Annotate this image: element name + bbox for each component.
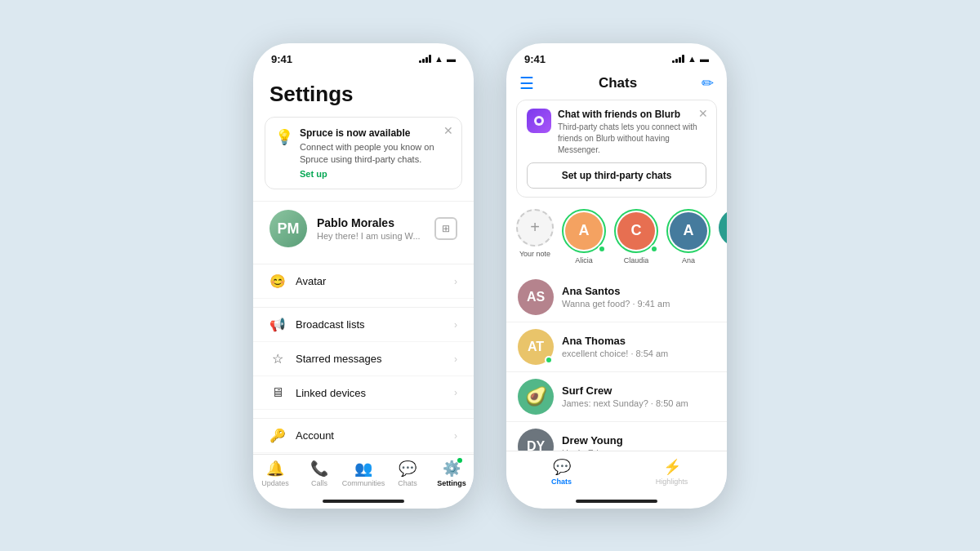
- settings-active-dot: [457, 458, 462, 463]
- home-bar: [323, 500, 404, 503]
- chats-header: ☰ Chats ✏: [506, 69, 727, 100]
- notification-desc: Connect with people you know on Spruce u…: [300, 141, 452, 167]
- chat-item-drew-young[interactable]: DY Drew Young Hey! · Fri: [506, 422, 727, 451]
- chat-avatar-ana-santos: AS: [518, 279, 554, 315]
- add-note-icon: +: [516, 209, 554, 247]
- chats-battery-icon: ▬: [700, 54, 709, 64]
- settings-tab-icon: ⚙️: [443, 460, 461, 477]
- chats-tab-highlights-label: Highlights: [656, 478, 688, 486]
- chat-preview-ana-santos: Wanna get food? · 9:41 am: [562, 299, 715, 309]
- tp-title: Chat with friends on Blurb: [558, 109, 706, 120]
- chat-name-surf-crew: Surf Crew: [562, 384, 715, 397]
- settings-time: 9:41: [271, 53, 292, 65]
- profile-row[interactable]: PM Pablo Morales Hey there! I am using W…: [253, 201, 474, 256]
- third-party-banner: Chat with friends on Blurb Third-party c…: [516, 100, 717, 198]
- tp-close-button[interactable]: ✕: [698, 107, 708, 120]
- chats-time: 9:41: [524, 53, 546, 65]
- stories-row: + Your note A Alicia C: [506, 206, 727, 273]
- chats-content: ☰ Chats ✏ Chat with friends on Blurb Thi…: [506, 69, 727, 451]
- chat-name-ana-thomas-1: Ana Thomas: [562, 335, 715, 347]
- tab-calls[interactable]: 📞 Calls: [297, 460, 341, 487]
- chats-tab-highlights[interactable]: ⚡ Highlights: [617, 458, 727, 486]
- communities-icon: 👥: [354, 460, 372, 478]
- story-ana[interactable]: A Ana: [666, 209, 710, 264]
- claudia-online-dot: [650, 245, 658, 253]
- ana-thomas-online-dot: [545, 356, 553, 364]
- chats-tab-chats-label: Chats: [551, 478, 572, 486]
- status-icons: ▲ ▬: [419, 54, 456, 64]
- linked-label: Linked devices: [296, 387, 444, 399]
- settings-phone: 9:41 ▲ ▬ Settings ✕ 💡 Spruce is now avai…: [253, 43, 474, 509]
- chat-list: AS Ana Santos Wanna get food? · 9:41 am …: [506, 273, 727, 451]
- notification-icon: 💡: [275, 128, 293, 146]
- notification-link[interactable]: Set up: [300, 169, 452, 179]
- story-alicia[interactable]: A Alicia: [562, 209, 606, 264]
- chat-item-ana-santos[interactable]: AS Ana Santos Wanna get food? · 9:41 am: [506, 273, 727, 322]
- menu-item-linked[interactable]: 🖥 Linked devices ›: [253, 376, 474, 410]
- chat-name-ana-santos: Ana Santos: [562, 285, 715, 297]
- menu-item-broadcast[interactable]: 📢 Broadcast lists ›: [253, 308, 474, 342]
- chats-wifi-icon: ▲: [688, 54, 697, 64]
- linked-icon: 🖥: [270, 385, 286, 400]
- chevron-icon: ›: [454, 430, 457, 442]
- tab-chats[interactable]: 💬 Chats: [385, 460, 430, 487]
- settings-title: Settings: [253, 75, 474, 117]
- account-icon: 🔑: [270, 428, 286, 443]
- story-avatar-ana: A: [670, 212, 707, 250]
- avatar: PM: [270, 210, 307, 247]
- story-avatar-claudia: C: [617, 212, 655, 250]
- story-br[interactable]: B Br...: [719, 209, 727, 264]
- chat-info-ana-santos: Ana Santos Wanna get food? · 9:41 am: [562, 285, 715, 309]
- chats-tab-chats-icon: 💬: [553, 458, 571, 476]
- menu-item-avatar[interactable]: 😊 Avatar ›: [253, 264, 474, 299]
- battery-icon: ▬: [447, 54, 456, 64]
- notification-text: Spruce is now available Connect with peo…: [300, 127, 452, 180]
- story-avatar-alicia: A: [565, 212, 603, 250]
- chats-phone: 9:41 ▲ ▬ ☰ Chats ✏: [506, 43, 727, 509]
- chats-status-icons: ▲ ▬: [672, 54, 709, 64]
- chat-info-ana-thomas-1: Ana Thomas excellent choice! · 8:54 am: [562, 335, 715, 358]
- blurb-logo: [527, 109, 551, 133]
- tab-communities[interactable]: 👥 Communities: [341, 460, 385, 487]
- chats-status-bar: 9:41 ▲ ▬: [506, 43, 727, 69]
- broadcast-label: Broadcast lists: [296, 318, 444, 331]
- menu-section-1: 😊 Avatar ›: [253, 264, 474, 299]
- story-avatar-br: B: [719, 209, 727, 247]
- chats-home-bar: [576, 500, 657, 503]
- home-indicator: [253, 494, 474, 509]
- notification-close-button[interactable]: ✕: [443, 124, 453, 137]
- settings-content: Settings ✕ 💡 Spruce is now available Con…: [253, 69, 474, 454]
- menu-section-2: 📢 Broadcast lists › ☆ Starred messages ›…: [253, 307, 474, 410]
- tab-settings[interactable]: ⚙️ Settings: [430, 460, 474, 487]
- profile-status: Hey there! I am using W...: [317, 231, 425, 241]
- chat-info-drew-young: Drew Young Hey! · Fri: [562, 434, 715, 451]
- menu-icon[interactable]: ☰: [519, 73, 534, 93]
- broadcast-icon: 📢: [270, 317, 286, 332]
- notification-title: Spruce is now available: [300, 127, 452, 139]
- updates-icon: 🔔: [266, 460, 284, 478]
- setup-third-party-button[interactable]: Set up third-party chats: [527, 162, 706, 189]
- tp-desc: Third-party chats lets you connect with …: [558, 122, 706, 156]
- svg-point-1: [537, 118, 541, 123]
- compose-icon[interactable]: ✏: [702, 74, 714, 92]
- chats-tab-highlights-icon: ⚡: [663, 458, 681, 476]
- menu-item-starred[interactable]: ☆ Starred messages ›: [253, 342, 474, 376]
- account-label: Account: [296, 429, 444, 442]
- tab-updates[interactable]: 🔔 Updates: [253, 460, 297, 487]
- story-your-note[interactable]: + Your note: [516, 209, 554, 264]
- updates-tab-label: Updates: [261, 479, 289, 487]
- chat-info-surf-crew: Surf Crew James: next Sunday? · 8:50 am: [562, 384, 715, 408]
- chat-item-surf-crew[interactable]: 🥑 Surf Crew James: next Sunday? · 8:50 a…: [506, 372, 727, 422]
- menu-item-account[interactable]: 🔑 Account ›: [253, 419, 474, 453]
- chats-tab-chats[interactable]: 💬 Chats: [506, 458, 617, 486]
- chevron-icon: ›: [454, 276, 457, 287]
- chevron-icon: ›: [454, 387, 457, 398]
- calls-tab-label: Calls: [311, 479, 327, 487]
- alicia-online-dot: [598, 245, 606, 253]
- story-claudia[interactable]: C Claudia: [614, 209, 658, 264]
- notification-banner: ✕ 💡 Spruce is now available Connect with…: [265, 117, 462, 190]
- settings-status-bar: 9:41 ▲ ▬: [253, 43, 474, 69]
- chat-item-ana-thomas-1[interactable]: AT Ana Thomas excellent choice! · 8:54 a…: [506, 322, 727, 372]
- avatar-icon: 😊: [270, 273, 286, 289]
- qr-icon[interactable]: ⊞: [434, 217, 457, 240]
